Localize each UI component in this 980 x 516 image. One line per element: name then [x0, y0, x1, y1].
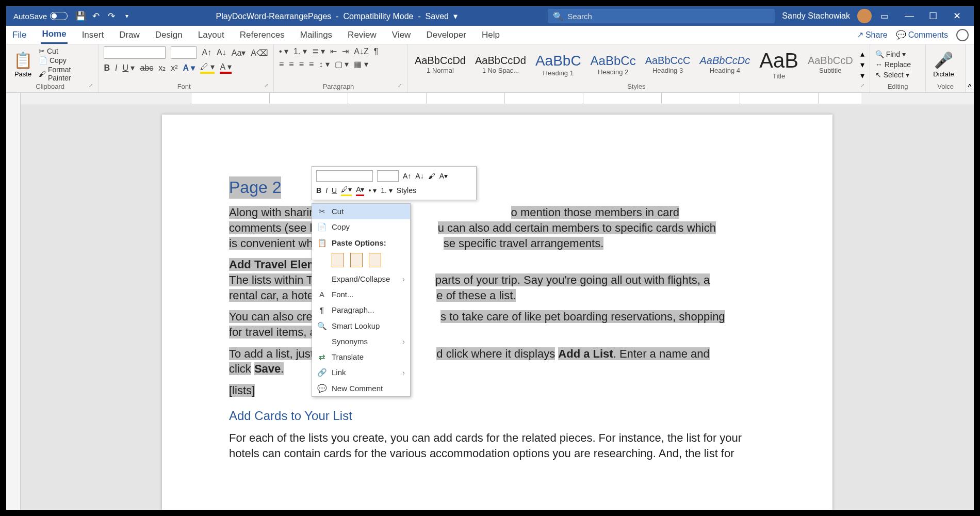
highlight-icon[interactable]: 🖊 ▾: [200, 62, 215, 74]
increase-indent-icon[interactable]: ⇥: [342, 46, 349, 56]
underline-button[interactable]: U ▾: [122, 63, 135, 73]
dialog-launcher-icon[interactable]: ⤢: [264, 83, 268, 90]
comments-button[interactable]: 💬 Comments: [896, 30, 948, 40]
tab-references[interactable]: References: [239, 27, 286, 43]
tab-file[interactable]: File: [11, 27, 27, 43]
styles-down-icon[interactable]: ▾: [860, 60, 864, 70]
tab-home[interactable]: Home: [41, 26, 67, 44]
ctx-translate[interactable]: ⇄Translate: [312, 349, 410, 365]
clear-formatting-icon[interactable]: A▾: [439, 171, 448, 181]
shrink-font-icon[interactable]: A↓: [415, 171, 423, 181]
style-heading2[interactable]: AaBbCcHeading 2: [589, 54, 638, 76]
show-marks-icon[interactable]: ¶: [374, 47, 379, 56]
italic-button[interactable]: I: [325, 186, 328, 196]
style-subtitle[interactable]: AaBbCcDSubtitle: [806, 55, 855, 74]
align-center-icon[interactable]: ≡: [289, 60, 293, 69]
align-right-icon[interactable]: ≡: [299, 60, 304, 69]
italic-button[interactable]: I: [115, 63, 117, 73]
text-run[interactable]: [lists]: [229, 384, 255, 397]
qat-dropdown-icon[interactable]: ▾: [121, 10, 133, 22]
toggle-off-icon[interactable]: [50, 12, 68, 20]
dialog-launcher-icon[interactable]: ⤢: [860, 83, 864, 90]
text-run[interactable]: Add a List: [558, 347, 613, 360]
text-run[interactable]: d click where it displays: [436, 347, 555, 360]
copy-button[interactable]: 📄 Copy: [39, 56, 93, 64]
text-run[interactable]: parts of your trip. Say you're going all…: [435, 273, 710, 286]
styles-up-icon[interactable]: ▴: [860, 49, 864, 59]
text-run[interactable]: s to take care of like pet boarding rese…: [440, 310, 725, 323]
numbering-icon[interactable]: 1. ▾: [381, 186, 393, 196]
ctx-smartlookup[interactable]: 🔍Smart Lookup: [312, 318, 410, 334]
replace-button[interactable]: ↔ Replace: [875, 60, 911, 69]
bold-button[interactable]: B: [104, 63, 110, 73]
decrease-indent-icon[interactable]: ⇤: [330, 46, 337, 56]
shading-icon[interactable]: ▢ ▾: [335, 59, 349, 69]
style-normal[interactable]: AaBbCcDd1 Normal: [413, 55, 468, 74]
style-heading3[interactable]: AaBbCcCHeading 3: [643, 55, 693, 74]
cut-button[interactable]: ✂ Cut: [39, 47, 93, 55]
share-button[interactable]: ↗ Share: [857, 30, 888, 40]
font-family-select[interactable]: [104, 46, 166, 59]
tab-layout[interactable]: Layout: [197, 27, 225, 43]
paste-keep-source-icon[interactable]: [332, 253, 344, 267]
text-effects-icon[interactable]: A ▾: [183, 63, 195, 73]
ctx-copy[interactable]: 📄Copy: [312, 219, 410, 235]
heading-page2[interactable]: Page 2: [229, 176, 281, 199]
bold-button[interactable]: B: [316, 186, 321, 196]
highlight-icon[interactable]: 🖊▾: [341, 185, 352, 196]
select-button[interactable]: ↖ Select ▾: [875, 71, 911, 79]
autosave-toggle[interactable]: AutoSave: [10, 12, 71, 21]
text-run[interactable]: click: [229, 362, 251, 375]
minimize-button[interactable]: —: [897, 10, 921, 21]
maximize-button[interactable]: ☐: [921, 10, 945, 22]
mini-size-select[interactable]: [377, 170, 399, 182]
text-run[interactable]: se specific travel arrangements.: [444, 237, 604, 250]
font-size-select[interactable]: [171, 46, 197, 59]
style-title[interactable]: AaBTitle: [757, 49, 801, 80]
format-painter-icon[interactable]: 🖌: [428, 171, 435, 181]
search-input[interactable]: 🔍 Search: [548, 9, 775, 23]
underline-button[interactable]: U: [332, 186, 337, 196]
ctx-font[interactable]: AFont...: [312, 287, 410, 302]
text-run[interactable]: e of these a list.: [436, 289, 516, 302]
heading-addcards[interactable]: Add Cards to Your List: [229, 408, 352, 424]
multilevel-list-icon[interactable]: ≣ ▾: [312, 46, 325, 56]
redo-icon[interactable]: ↷: [106, 10, 117, 22]
page[interactable]: Page 2 Along with sharing your trip o me…: [162, 115, 832, 510]
save-icon[interactable]: 💾: [75, 10, 86, 22]
text-run[interactable]: hotels can contain cards for the various…: [229, 447, 734, 460]
style-nospacing[interactable]: AaBbCcDd1 No Spac...: [473, 55, 528, 74]
ctx-expandcollapse[interactable]: Expand/Collapse›: [312, 271, 410, 287]
find-button[interactable]: 🔍 Find ▾: [875, 50, 911, 58]
ctx-paragraph[interactable]: ¶Paragraph...: [312, 302, 410, 318]
feedback-icon[interactable]: [956, 29, 969, 41]
bullets-icon[interactable]: • ▾: [279, 46, 288, 56]
dialog-launcher-icon[interactable]: ⤢: [398, 83, 402, 90]
avatar[interactable]: [857, 9, 872, 23]
text-run[interactable]: u can also add certain members to specif…: [438, 221, 716, 234]
grow-font-icon[interactable]: A↑: [403, 171, 411, 181]
ctx-synonyms[interactable]: Synonyms›: [312, 334, 410, 349]
text-run[interactable]: . Enter a name and: [613, 347, 710, 360]
shrink-font-icon[interactable]: A↓: [217, 48, 226, 57]
borders-icon[interactable]: ▦ ▾: [354, 59, 368, 69]
format-painter-button[interactable]: 🖌 Format Painter: [39, 66, 93, 82]
paste-text-only-icon[interactable]: [369, 253, 381, 267]
styles-gallery[interactable]: AaBbCcDd1 Normal AaBbCcDd1 No Spac... Aa…: [413, 49, 864, 80]
tab-mailings[interactable]: Mailings: [299, 27, 333, 43]
font-color-icon[interactable]: A▾: [356, 185, 364, 196]
superscript-button[interactable]: x²: [171, 63, 177, 73]
tab-review[interactable]: Review: [347, 27, 378, 43]
numbering-icon[interactable]: 1. ▾: [293, 46, 307, 56]
line-spacing-icon[interactable]: ↕ ▾: [319, 59, 329, 69]
styles-more-icon[interactable]: ▾: [860, 71, 864, 80]
ctx-newcomment[interactable]: 💬New Comment: [312, 381, 410, 396]
subscript-button[interactable]: x₂: [158, 63, 166, 73]
styles-dropdown[interactable]: Styles: [397, 186, 416, 196]
justify-icon[interactable]: ≡: [309, 60, 314, 69]
undo-icon[interactable]: ↶: [90, 10, 102, 22]
grow-font-icon[interactable]: A↑: [202, 48, 211, 57]
style-heading4[interactable]: AaBbCcDcHeading 4: [697, 55, 752, 74]
text-run[interactable]: o mention those members in card: [511, 206, 680, 219]
ctx-link[interactable]: 🔗Link›: [312, 365, 410, 380]
